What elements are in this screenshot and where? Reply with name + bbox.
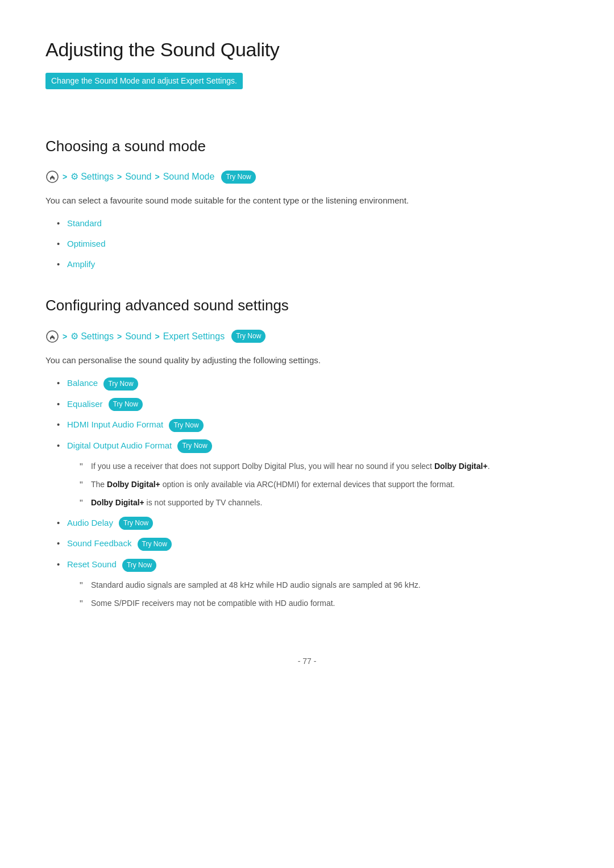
digital-output-note-3: Dolby Digital+ is not supported by TV ch… bbox=[80, 496, 569, 509]
list-item-audio-delay: Audio Delay Try Now bbox=[57, 516, 569, 530]
reset-sound-try-now[interactable]: Try Now bbox=[122, 559, 156, 572]
section2-try-now-badge[interactable]: Try Now bbox=[231, 330, 265, 343]
list-item-amplify: Amplify bbox=[57, 258, 569, 271]
home-icon bbox=[45, 170, 59, 184]
list-item-digital-output: Digital Output Audio Format Try Now bbox=[57, 439, 569, 453]
section2-description: You can personalise the sound quality by… bbox=[45, 353, 569, 368]
breadcrumb-sound-1: Sound bbox=[125, 169, 151, 184]
breadcrumb-separator-2: > bbox=[117, 171, 122, 183]
hdmi-try-now[interactable]: Try Now bbox=[169, 419, 203, 432]
gear-icon-1: ⚙ bbox=[70, 169, 78, 184]
list-item-equaliser: Equaliser Try Now bbox=[57, 397, 569, 412]
digital-output-notes: If you use a receiver that does not supp… bbox=[80, 460, 569, 509]
list-item-hdmi-input: HDMI Input Audio Format Try Now bbox=[57, 418, 569, 432]
breadcrumb-current-1: Sound Mode bbox=[163, 169, 215, 184]
list-item-balance: Balance Try Now bbox=[57, 376, 569, 391]
page-number: - 77 - bbox=[45, 655, 569, 667]
gear-icon-2: ⚙ bbox=[70, 329, 78, 344]
section1-list: Standard Optimised Amplify bbox=[57, 217, 569, 271]
section2-breadcrumb: > ⚙ Settings > Sound > Expert Settings T… bbox=[45, 329, 569, 344]
digital-output-try-now[interactable]: Try Now bbox=[177, 439, 211, 452]
section2-list: Balance Try Now Equaliser Try Now HDMI I… bbox=[57, 376, 569, 453]
breadcrumb-separator-4: > bbox=[63, 330, 67, 343]
digital-output-note-2: The Dolby Digital+ option is only availa… bbox=[80, 478, 569, 491]
section1-try-now-badge[interactable]: Try Now bbox=[221, 171, 255, 184]
section2-title: Configuring advanced sound settings bbox=[45, 294, 569, 318]
breadcrumb-sound-2: Sound bbox=[125, 329, 151, 344]
page-title: Adjusting the Sound Quality bbox=[45, 34, 569, 65]
breadcrumb-settings-1: ⚙ Settings bbox=[70, 169, 114, 184]
section1-title: Choosing a sound mode bbox=[45, 135, 569, 159]
breadcrumb-separator-6: > bbox=[155, 330, 159, 343]
home-icon-2 bbox=[45, 330, 59, 343]
breadcrumb-settings-2: ⚙ Settings bbox=[70, 329, 114, 344]
sound-feedback-try-now[interactable]: Try Now bbox=[138, 538, 172, 551]
subtitle-highlight: Change the Sound Mode and adjust Expert … bbox=[45, 73, 243, 89]
section2-list-continued: Audio Delay Try Now Sound Feedback Try N… bbox=[57, 516, 569, 572]
list-item-optimised: Optimised bbox=[57, 237, 569, 251]
breadcrumb-separator-1: > bbox=[63, 171, 67, 183]
balance-try-now[interactable]: Try Now bbox=[103, 377, 138, 391]
equaliser-try-now[interactable]: Try Now bbox=[109, 398, 143, 411]
breadcrumb-separator-5: > bbox=[117, 330, 122, 343]
audio-delay-try-now[interactable]: Try Now bbox=[119, 517, 153, 530]
list-item-standard: Standard bbox=[57, 217, 569, 230]
breadcrumb-separator-3: > bbox=[155, 171, 159, 183]
breadcrumb-current-2: Expert Settings bbox=[163, 329, 225, 344]
bottom-note-2: Some S/PDIF receivers may not be compati… bbox=[80, 597, 569, 609]
bottom-note-1: Standard audio signals are sampled at 48… bbox=[80, 579, 569, 591]
list-item-reset-sound: Reset Sound Try Now bbox=[57, 558, 569, 572]
bottom-notes: Standard audio signals are sampled at 48… bbox=[80, 579, 569, 610]
digital-output-note-1: If you use a receiver that does not supp… bbox=[80, 460, 569, 472]
section1-description: You can select a favourite sound mode su… bbox=[45, 193, 569, 208]
section1-breadcrumb: > ⚙ Settings > Sound > Sound Mode Try No… bbox=[45, 169, 569, 184]
list-item-sound-feedback: Sound Feedback Try Now bbox=[57, 537, 569, 551]
